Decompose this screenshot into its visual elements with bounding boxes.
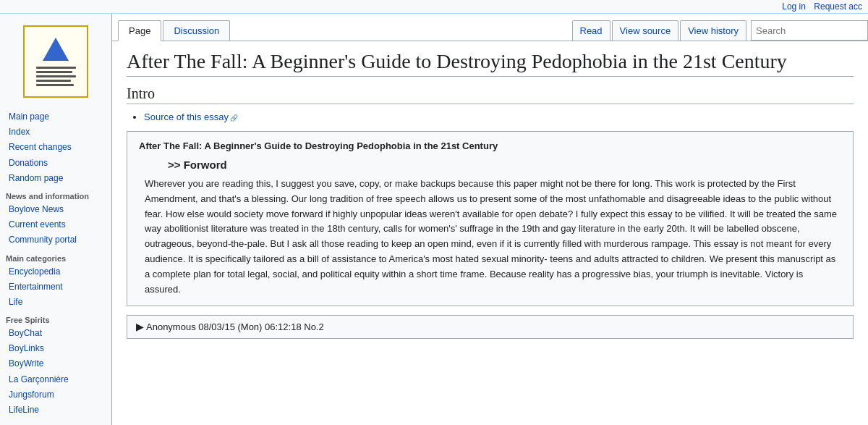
request-link[interactable]: Request acc xyxy=(814,1,862,12)
article-box: After The Fall: A Beginner's Guide to De… xyxy=(127,131,854,306)
search-input[interactable] xyxy=(752,24,867,38)
tab-actions: Read View source View history xyxy=(572,20,869,41)
logo-lines xyxy=(36,67,76,86)
logo-line xyxy=(36,75,76,77)
sidebar-item-recent-changes[interactable]: Recent changes xyxy=(0,140,111,155)
sidebar-free-spirits-title: Free Spirits xyxy=(0,313,111,326)
article-body: Wherever you are reading this, I suggest… xyxy=(145,177,841,297)
sidebar-boywiki-media-title: BoyWiki media xyxy=(0,421,111,425)
logo-triangle-icon xyxy=(43,38,69,61)
main-content: Page Discussion Read View source View hi… xyxy=(112,14,868,425)
page-title: After The Fall: A Beginner's Guide to De… xyxy=(127,50,854,77)
sidebar: Main page Index Recent changes Donations… xyxy=(0,14,112,425)
anon-line: ▶ Anonymous 08/03/15 (Mon) 06:12:18 No.2 xyxy=(136,321,844,332)
tab-read[interactable]: Read xyxy=(572,20,610,41)
tab-page[interactable]: Page xyxy=(118,20,161,41)
page-content: After The Fall: A Beginner's Guide to De… xyxy=(112,41,868,425)
tab-view-history[interactable]: View history xyxy=(680,20,746,41)
sidebar-item-random-page[interactable]: Random page xyxy=(0,171,111,186)
sidebar-free-spirits: Free Spirits BoyChat BoyLinks BoyWrite L… xyxy=(0,313,111,418)
tab-discussion[interactable]: Discussion xyxy=(163,20,230,41)
sidebar-main-nav: Main page Index Recent changes Donations… xyxy=(0,109,111,186)
anon-box: ▶ Anonymous 08/03/15 (Mon) 06:12:18 No.2 xyxy=(127,315,854,339)
intro-heading: Intro xyxy=(127,85,854,104)
external-link-icon: 🔗 xyxy=(230,114,238,122)
tab-bar: Page Discussion Read View source View hi… xyxy=(112,14,868,41)
logo-area xyxy=(0,20,111,104)
source-link-list: Source of this essay🔗 xyxy=(127,111,854,122)
sidebar-item-lifeline[interactable]: LifeLine xyxy=(0,403,111,418)
sidebar-news-title: News and information xyxy=(0,189,111,202)
tab-view-source[interactable]: View source xyxy=(612,20,679,41)
logo-line xyxy=(36,71,72,73)
sidebar-categories: Main categories Encyclopedia Entertainme… xyxy=(0,251,111,311)
forword-heading: >> Forword xyxy=(168,159,841,171)
source-link[interactable]: Source of this essay xyxy=(144,111,229,122)
sidebar-item-boywrite[interactable]: BoyWrite xyxy=(0,356,111,371)
sidebar-item-boychat[interactable]: BoyChat xyxy=(0,326,111,341)
site-logo xyxy=(23,25,88,98)
login-link[interactable]: Log in xyxy=(782,1,806,12)
sidebar-item-boylinks[interactable]: BoyLinks xyxy=(0,341,111,356)
anon-arrow-icon: ▶ xyxy=(136,321,143,332)
layout: Main page Index Recent changes Donations… xyxy=(0,14,868,425)
auth-bar: Log in Request acc xyxy=(0,0,868,14)
sidebar-item-life[interactable]: Life xyxy=(0,295,111,310)
logo-line xyxy=(36,80,71,82)
sidebar-item-index[interactable]: Index xyxy=(0,125,111,140)
article-box-title: After The Fall: A Beginner's Guide to De… xyxy=(139,140,841,151)
sidebar-categories-title: Main categories xyxy=(0,251,111,264)
sidebar-news-section: News and information Boylove News Curren… xyxy=(0,189,111,248)
anon-label: Anonymous 08/03/15 (Mon) 06:12:18 No.2 xyxy=(146,321,324,332)
sidebar-item-encyclopedia[interactable]: Encyclopedia xyxy=(0,264,111,279)
sidebar-item-la-garconniere[interactable]: La Garçonnière xyxy=(0,372,111,387)
sidebar-boywiki-media: BoyWiki media Main Page xyxy=(0,421,111,425)
sidebar-item-main-page[interactable]: Main page xyxy=(0,109,111,125)
sidebar-item-entertainment[interactable]: Entertainment xyxy=(0,279,111,295)
sidebar-item-jungsforum[interactable]: Jungsforum xyxy=(0,387,111,403)
logo-line xyxy=(36,67,76,69)
logo-line xyxy=(36,84,74,86)
sidebar-item-boylove-news[interactable]: Boylove News xyxy=(0,202,111,217)
sidebar-item-donations[interactable]: Donations xyxy=(0,156,111,171)
sidebar-item-current-events[interactable]: Current events xyxy=(0,217,111,232)
sidebar-item-community-portal[interactable]: Community portal xyxy=(0,232,111,248)
search-box xyxy=(751,20,868,41)
